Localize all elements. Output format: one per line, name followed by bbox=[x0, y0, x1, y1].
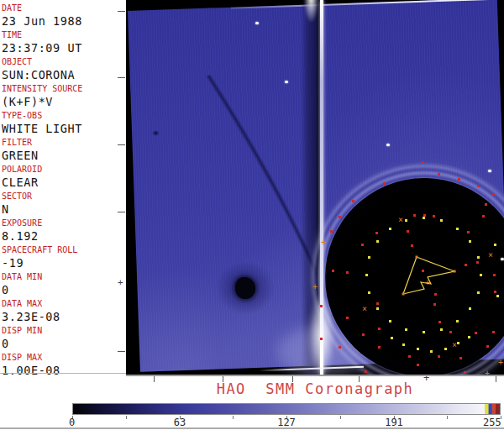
meta-value: 23:37:09 UT bbox=[2, 40, 126, 55]
meta-value: CLEAR bbox=[2, 175, 126, 190]
meta-label: DATE bbox=[2, 3, 126, 13]
image-title: HAO SMM Coronagraph bbox=[126, 380, 504, 397]
colorbar-label-255: 255 bbox=[483, 417, 501, 428]
meta-value: WHITE LIGHT bbox=[2, 121, 126, 136]
meta-label: POLAROID bbox=[2, 165, 126, 175]
meta-label: TIME bbox=[2, 30, 126, 40]
left-axis-tick bbox=[118, 77, 125, 78]
polygon-vertex bbox=[402, 293, 405, 296]
meta-label: EXPOSURE bbox=[2, 218, 126, 228]
meta-value: (K+F)*V bbox=[2, 94, 126, 109]
window-bottom-line bbox=[0, 427, 504, 429]
colorbar-tick bbox=[447, 416, 448, 419]
meta-label: SECTOR bbox=[2, 191, 126, 202]
meta-item-data-max: DATA MAX 3.23E-08 bbox=[0, 299, 126, 326]
meta-item-date: DATE 23 Jun 1988 bbox=[0, 3, 126, 30]
colorbar-gradient bbox=[72, 403, 501, 415]
metadata-panel: DATE 23 Jun 1988 TIME 23:37:09 UT OBJECT… bbox=[0, 3, 126, 380]
left-axis-plus: + bbox=[118, 278, 123, 287]
colorbar-tick bbox=[233, 416, 234, 419]
meta-item-spacecraft-roll: SPACECRAFT ROLL -19 bbox=[0, 245, 126, 272]
colorbar-label-63: 63 bbox=[174, 417, 186, 428]
left-axis-tick bbox=[118, 11, 125, 12]
meta-value: SUN:CORONA bbox=[2, 67, 126, 82]
meta-label: TYPE-OBS bbox=[2, 111, 126, 121]
meta-value: N bbox=[2, 202, 126, 217]
meta-value: 1.00E-08 bbox=[2, 363, 126, 378]
polygon-vertex bbox=[454, 270, 456, 273]
meta-value: 0 bbox=[2, 336, 126, 351]
meta-item-sector: SECTOR N bbox=[0, 191, 126, 218]
image-baseline bbox=[126, 375, 504, 376]
colorbar-label-0: 0 bbox=[69, 417, 75, 428]
meta-label: DISP MAX bbox=[2, 353, 126, 363]
colorbar-label-127: 127 bbox=[277, 417, 296, 428]
meta-item-disp-max: DISP MAX 1.00E-08 bbox=[0, 353, 126, 380]
fiducial-polygon bbox=[126, 0, 504, 375]
meta-value: 3.23E-08 bbox=[2, 309, 126, 324]
meta-item-polaroid: POLAROID CLEAR bbox=[0, 165, 126, 191]
meta-value: GREEN bbox=[2, 148, 126, 163]
meta-label: INTENSITY SOURCE bbox=[2, 84, 126, 94]
meta-label: DATA MAX bbox=[2, 299, 126, 309]
polygon-vertex bbox=[416, 256, 418, 259]
meta-item-time: TIME 23:37:09 UT bbox=[0, 30, 126, 57]
meta-label: OBJECT bbox=[2, 57, 126, 67]
meta-value: 8.192 bbox=[2, 228, 126, 244]
left-axis-tick bbox=[118, 351, 125, 352]
meta-item-type-obs: TYPE-OBS WHITE LIGHT bbox=[0, 111, 126, 138]
meta-value: 0 bbox=[2, 282, 126, 297]
meta-item-filter: FILTER GREEN bbox=[0, 138, 126, 165]
meta-item-intensity-source: INTENSITY SOURCE (K+F)*V bbox=[0, 84, 126, 111]
colorbar-label-191: 191 bbox=[385, 417, 403, 428]
meta-value: -19 bbox=[2, 255, 126, 270]
meta-item-exposure: EXPOSURE 8.192 bbox=[0, 218, 126, 245]
smm-coronagraph-viewer: DATE 23 Jun 1988 TIME 23:37:09 UT OBJECT… bbox=[0, 0, 504, 430]
colorbar-tick bbox=[126, 416, 127, 419]
meta-value: 23 Jun 1988 bbox=[2, 13, 126, 29]
left-axis-tick bbox=[118, 144, 125, 145]
coronagraph-image-viewport: ××××+++++ bbox=[126, 0, 504, 375]
left-axis-tick bbox=[118, 212, 125, 212]
meta-item-object: OBJECT SUN:CORONA bbox=[0, 57, 126, 84]
sidebar-baseline bbox=[0, 373, 126, 374]
meta-item-disp-min: DISP MIN 0 bbox=[0, 326, 126, 353]
meta-label: FILTER bbox=[2, 138, 126, 148]
meta-label: DATA MIN bbox=[2, 272, 126, 282]
colorbar-tick bbox=[340, 416, 341, 419]
meta-label: DISP MIN bbox=[2, 326, 126, 336]
meta-item-data-min: DATA MIN 0 bbox=[0, 272, 126, 299]
meta-label: SPACECRAFT ROLL bbox=[2, 245, 126, 255]
